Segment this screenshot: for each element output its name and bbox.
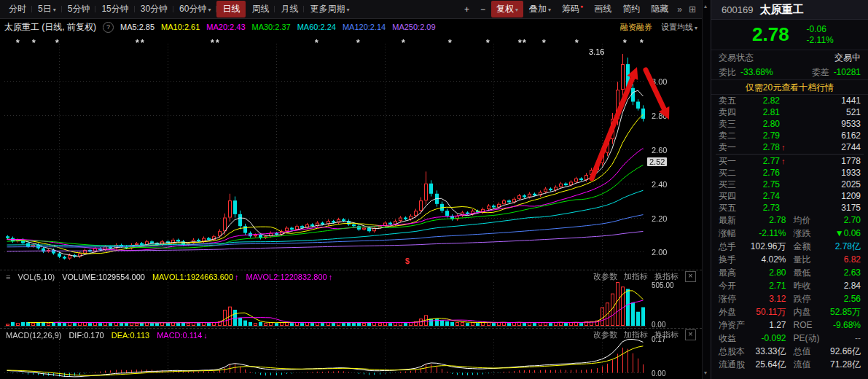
- tab-15m[interactable]: 15分钟: [95, 1, 134, 17]
- ask-label: 卖四: [719, 106, 743, 119]
- trade-status-value: 交易中: [834, 52, 861, 64]
- ask-label: 卖三: [719, 118, 743, 130]
- stat-value: -2.11%: [759, 228, 786, 238]
- zoom-in-button[interactable]: +: [459, 2, 474, 17]
- up-arrow-icon: ↑: [235, 273, 239, 281]
- close-icon[interactable]: ×: [685, 271, 696, 282]
- stat-row: 净资产1.27ROE-9.68%: [711, 319, 868, 332]
- stat-value: 2.84: [844, 281, 861, 291]
- chart-title: 太原重工 (日线, 前复权): [4, 21, 96, 34]
- stat-label: 涨跌: [794, 227, 811, 240]
- stat-label: 均价: [794, 214, 811, 227]
- ma-label: MA5:2.85: [120, 23, 155, 31]
- expand-icon[interactable]: ⊞: [686, 2, 699, 17]
- bid-row[interactable]: 买三2.752025: [711, 179, 868, 190]
- macd-pane[interactable]: MACD(12,26,9)DIF:0.170DEA:0.113MACD:0.11…: [0, 328, 702, 379]
- level2-promo-link[interactable]: 仅需20元查看十档行情: [711, 79, 868, 95]
- collapse-up-icon[interactable]: ▴: [704, 3, 707, 9]
- ask-row[interactable]: 卖一2.78↑2744: [711, 141, 868, 153]
- switch-indicator-button[interactable]: 换指标: [654, 329, 679, 340]
- collapse-icon[interactable]: »: [674, 2, 685, 17]
- zoom-out-button[interactable]: −: [475, 2, 490, 17]
- tab-30m[interactable]: 30分钟: [135, 1, 173, 17]
- tab-fenshi[interactable]: 分时: [3, 1, 32, 17]
- chart-side-strip[interactable]: ▴ ▾: [702, 0, 711, 379]
- stat-label: 最新: [719, 214, 736, 227]
- collapse-down-icon[interactable]: ▾: [704, 370, 707, 376]
- stat-value: 25.64亿: [755, 359, 786, 371]
- bid-qty: 1209: [791, 191, 861, 201]
- price-change-block: -0.06 -2.11%: [807, 24, 834, 46]
- add-indicator-button[interactable]: 加指标: [624, 271, 648, 282]
- stat-cell: 总值92.66亿: [794, 345, 861, 358]
- switch-indicator-button[interactable]: 换指标: [654, 271, 679, 282]
- hide-button[interactable]: 隐藏: [646, 1, 673, 17]
- help-icon[interactable]: ?: [103, 22, 114, 33]
- indicator-value: MACD:0.114↓: [157, 331, 208, 340]
- stat-value: 1.27: [769, 320, 786, 330]
- volume-pane[interactable]: ≡VOL(5,10)VOLUME:1029554.000MAVOL1:19246…: [0, 270, 702, 328]
- tick-up-icon: ↑: [780, 143, 791, 152]
- tab-monthly[interactable]: 月线: [275, 1, 304, 17]
- ask-row[interactable]: 卖三2.809533: [711, 118, 868, 130]
- price-change: -0.06: [807, 24, 834, 35]
- ask-row[interactable]: 卖五2.821441: [711, 95, 868, 106]
- stat-cell: 流值71.28亿: [794, 359, 861, 371]
- bid-price: 2.75: [743, 179, 780, 190]
- tab-weekly[interactable]: 周线: [246, 1, 275, 17]
- ma-settings-button[interactable]: 设置均线▾: [661, 22, 697, 33]
- draw-line-button[interactable]: 画线: [589, 1, 617, 17]
- add-indicator-button[interactable]: 加指标: [624, 329, 648, 340]
- margin-trading-link[interactable]: 融资融券: [620, 22, 652, 33]
- tab-5m[interactable]: 5分钟: [62, 1, 96, 17]
- ask-row[interactable]: 卖四2.81521: [711, 106, 868, 118]
- stat-label: ROE: [794, 320, 813, 330]
- last-price: 2.78: [752, 23, 789, 46]
- indicator-value: VOLUME:1029554.000: [62, 273, 145, 281]
- stat-value: 2.78亿: [835, 241, 861, 253]
- bid-price: 2.74: [743, 191, 780, 201]
- stat-label: 内盘: [794, 306, 811, 319]
- macd-pane-header: MACD(12,26,9)DIF:0.170DEA:0.113MACD:0.11…: [0, 329, 702, 340]
- stat-label: 总手: [719, 241, 736, 253]
- stat-cell: 涨停3.12: [719, 293, 786, 305]
- stat-row: 涨停3.12跌停2.56: [711, 292, 868, 305]
- stock-header: 600169 太原重工: [711, 0, 868, 20]
- ask-price: 2.78: [743, 142, 780, 152]
- stat-value: 2.56: [844, 294, 861, 304]
- stat-cell: ROE-9.68%: [794, 320, 861, 330]
- stat-label: 最高: [719, 267, 736, 279]
- tab-60m[interactable]: 60分钟▾: [173, 1, 216, 17]
- change-params-button[interactable]: 改参数: [593, 271, 617, 282]
- ask-price: 2.81: [743, 107, 780, 117]
- bid-row[interactable]: 买四2.741209: [711, 190, 868, 202]
- close-icon[interactable]: ×: [685, 329, 696, 340]
- bid-qty: 2025: [791, 179, 861, 190]
- indicator-value: MAVOL1:1924663.600↑: [152, 273, 239, 281]
- change-params-button[interactable]: 改参数: [593, 329, 617, 340]
- ask-row[interactable]: 卖二2.796162: [711, 130, 868, 141]
- stat-value: 3.12: [769, 294, 786, 304]
- tab-more[interactable]: 更多周期▾: [304, 1, 355, 17]
- tab-daily[interactable]: 日线: [216, 1, 246, 17]
- bid-qty: 1933: [791, 168, 861, 178]
- bid-row[interactable]: 买五2.733175: [711, 202, 868, 214]
- bid-row[interactable]: 买一2.77↑1778: [711, 155, 868, 167]
- overlay-button[interactable]: 叠加▾: [524, 1, 556, 17]
- quote-panel: 600169 太原重工 2.78 -0.06 -2.11% 交易状态 交易中 委…: [711, 0, 868, 379]
- stat-label: 总股本: [719, 345, 745, 358]
- simple-mode-button[interactable]: 简约: [617, 1, 645, 17]
- menu-icon[interactable]: ≡: [6, 273, 10, 281]
- kline-chart[interactable]: ******************$ 3.16 2.52: [0, 35, 702, 270]
- stat-cell: 今开2.71: [719, 280, 786, 292]
- chips-button[interactable]: 筹码●: [557, 1, 588, 17]
- stat-row: 最高2.80最低2.63: [711, 266, 868, 279]
- stat-row: 总股本33.33亿总值92.66亿: [711, 345, 868, 358]
- adjust-mode-button[interactable]: 复权▾: [491, 1, 523, 17]
- tab-5d[interactable]: 5日▾: [32, 1, 62, 17]
- weicha-cell: 委差-10281: [812, 66, 861, 79]
- bid-row[interactable]: 买二2.761933: [711, 167, 868, 179]
- stat-row: 流通股25.64亿流值71.28亿: [711, 358, 868, 371]
- ma-label: MA30:2.37: [252, 23, 291, 31]
- stat-grid: 最新2.78均价2.70涨幅-2.11%涨跌▼0.06总手102.96万金额2.…: [711, 214, 868, 371]
